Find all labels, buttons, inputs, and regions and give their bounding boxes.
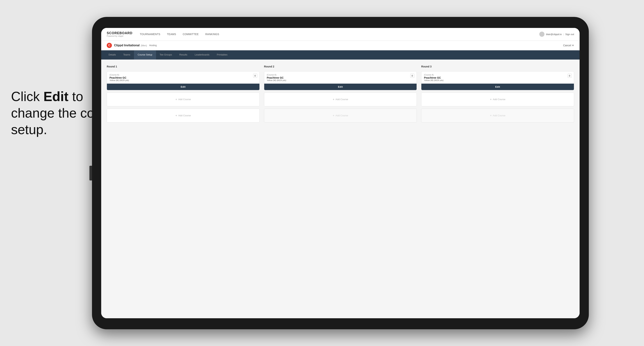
- hosting-badge: Hosting: [149, 44, 157, 47]
- tab-course-setup[interactable]: Course Setup: [134, 50, 156, 59]
- round-3-add-label-2: Add Course: [493, 114, 506, 117]
- round-2-course-label: (Course A): [267, 74, 414, 76]
- round-2-add-course-2: + Add Course: [264, 109, 417, 123]
- tablet-device: SCOREBOARD Powered by clippd TOURNAMENTS…: [92, 17, 589, 329]
- sign-out-link[interactable]: Sign out: [565, 33, 574, 36]
- tournament-gender: (Men): [141, 44, 147, 47]
- round-2-add-label-2: Add Course: [336, 114, 348, 117]
- round-2-edit-button[interactable]: Edit: [264, 84, 417, 90]
- round-3-title: Round 3: [421, 65, 574, 68]
- round-2-plus-icon-2: +: [333, 114, 334, 117]
- nav-bar: SCOREBOARD Powered by clippd TOURNAMENTS…: [101, 28, 580, 41]
- logo-area: SCOREBOARD Powered by clippd: [107, 31, 132, 37]
- logo-text: SCOREBOARD: [107, 31, 132, 35]
- nav-links: TOURNAMENTS TEAMS COMMITTEE RANKINGS: [140, 33, 539, 36]
- round-3-course-card: (Course A) Peachtree GC Yellow (M) (6629…: [421, 71, 574, 90]
- user-email: blair@clippd.io: [546, 33, 562, 36]
- round-1-course-label: (Course A): [110, 74, 257, 76]
- round-1-add-label-1: Add Course: [178, 98, 191, 101]
- nav-teams[interactable]: TEAMS: [167, 33, 176, 36]
- tournament-name: Clippd Invitational: [114, 44, 140, 47]
- round-2-course-header: (Course A) Peachtree GC Yellow (M) (6629…: [264, 71, 417, 84]
- content-area: Round 1 (Course A) Peachtree GC Yellow (…: [101, 59, 580, 318]
- round-1-course-details: Yellow (M) (6629 yds): [110, 79, 257, 81]
- rounds-grid: Round 1 (Course A) Peachtree GC Yellow (…: [107, 65, 574, 123]
- round-3-column: Round 3 (Course A) Peachtree GC Yellow (…: [421, 65, 574, 123]
- round-3-edit-button[interactable]: Edit: [421, 84, 574, 90]
- round-1-plus-icon-2: +: [175, 114, 177, 117]
- round-3-course-name: Peachtree GC: [424, 76, 571, 79]
- nav-committee[interactable]: COMMITTEE: [183, 33, 199, 36]
- pipe-separator: |: [563, 33, 564, 36]
- round-3-course-label: (Course A): [424, 74, 571, 76]
- tab-leaderboards[interactable]: Leaderboards: [191, 50, 213, 59]
- cancel-button[interactable]: Cancel ✕: [563, 44, 574, 47]
- tab-bar: Details Teams Course Setup Tee Groups Re…: [101, 50, 580, 59]
- round-1-add-course-1[interactable]: + Add Course: [107, 92, 260, 106]
- round-1-plus-icon-1: +: [175, 98, 177, 101]
- round-3-course-header: (Course A) Peachtree GC Yellow (M) (6629…: [421, 71, 574, 84]
- round-2-course-name: Peachtree GC: [267, 76, 414, 79]
- round-3-plus-icon-2: +: [490, 114, 492, 117]
- round-1-add-label-2: Add Course: [178, 114, 191, 117]
- tab-results[interactable]: Results: [176, 50, 191, 59]
- round-2-add-course-1[interactable]: + Add Course: [264, 92, 417, 106]
- user-avatar: [539, 32, 544, 37]
- logo-sub: Powered by clippd: [107, 35, 132, 37]
- round-1-course-name: Peachtree GC: [110, 76, 257, 79]
- round-3-add-label-1: Add Course: [493, 98, 506, 101]
- round-3-plus-icon-1: +: [490, 98, 492, 101]
- tablet-side-button: [90, 166, 92, 180]
- tab-teams[interactable]: Teams: [120, 50, 134, 59]
- round-2-delete-icon[interactable]: 🗑: [410, 74, 414, 78]
- brand-logo: C: [107, 43, 112, 48]
- round-3-course-details: Yellow (M) (6629 yds): [424, 79, 571, 81]
- round-2-course-details: Yellow (M) (6629 yds): [267, 79, 414, 81]
- tab-tee-groups[interactable]: Tee Groups: [156, 50, 176, 59]
- nav-tournaments[interactable]: TOURNAMENTS: [140, 33, 160, 36]
- sub-bar: C Clippd Invitational (Men) Hosting Canc…: [101, 41, 580, 50]
- round-2-column: Round 2 (Course A) Peachtree GC Yellow (…: [264, 65, 417, 123]
- round-1-add-course-2[interactable]: + Add Course: [107, 109, 260, 123]
- tab-details[interactable]: Details: [105, 50, 120, 59]
- round-2-title: Round 2: [264, 65, 417, 68]
- round-1-title: Round 1: [107, 65, 260, 68]
- nav-rankings[interactable]: RANKINGS: [205, 33, 219, 36]
- round-2-course-card: (Course A) Peachtree GC Yellow (M) (6629…: [264, 71, 417, 90]
- round-2-plus-icon-1: +: [333, 98, 334, 101]
- round-1-course-card: (Course A) Peachtree GC Yellow (M) (6629…: [107, 71, 260, 90]
- round-3-add-course-1[interactable]: + Add Course: [421, 92, 574, 106]
- round-2-add-label-1: Add Course: [336, 98, 348, 101]
- round-3-add-course-2: + Add Course: [421, 109, 574, 123]
- round-1-course-header: (Course A) Peachtree GC Yellow (M) (6629…: [107, 71, 260, 84]
- tab-printables[interactable]: Printables: [213, 50, 231, 59]
- round-1-column: Round 1 (Course A) Peachtree GC Yellow (…: [107, 65, 260, 123]
- round-1-edit-button[interactable]: Edit: [107, 84, 260, 90]
- nav-right: blair@clippd.io | Sign out: [539, 32, 574, 37]
- round-1-delete-icon[interactable]: 🗑: [253, 74, 257, 78]
- tablet-screen: SCOREBOARD Powered by clippd TOURNAMENTS…: [101, 28, 580, 318]
- round-3-delete-icon[interactable]: 🗑: [568, 74, 572, 78]
